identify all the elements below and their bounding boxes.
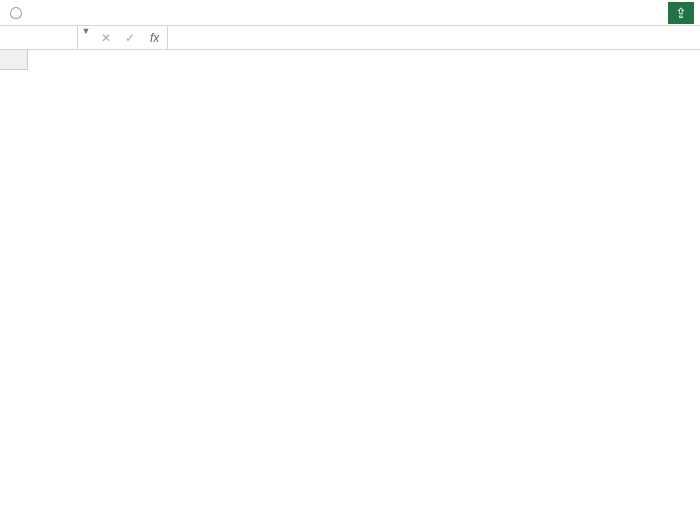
share-button[interactable]: ⇪ xyxy=(668,2,694,24)
fx-icon[interactable]: fx xyxy=(142,31,167,45)
formula-bar: ▼ ✕ ✓ fx xyxy=(0,26,700,50)
name-box[interactable] xyxy=(0,26,78,49)
ribbon-right: ⇪ xyxy=(668,0,700,25)
tell-me[interactable] xyxy=(0,0,37,25)
select-all-corner[interactable] xyxy=(0,50,28,70)
formula-input[interactable] xyxy=(168,26,700,49)
bulb-icon xyxy=(10,7,22,19)
spreadsheet-grid[interactable] xyxy=(0,50,700,513)
cancel-icon[interactable]: ✕ xyxy=(94,31,118,45)
name-box-dropdown[interactable]: ▼ xyxy=(78,26,94,49)
formula-buttons: ✕ ✓ fx xyxy=(94,26,168,49)
enter-icon[interactable]: ✓ xyxy=(118,31,142,45)
ribbon: ⇪ xyxy=(0,0,700,26)
